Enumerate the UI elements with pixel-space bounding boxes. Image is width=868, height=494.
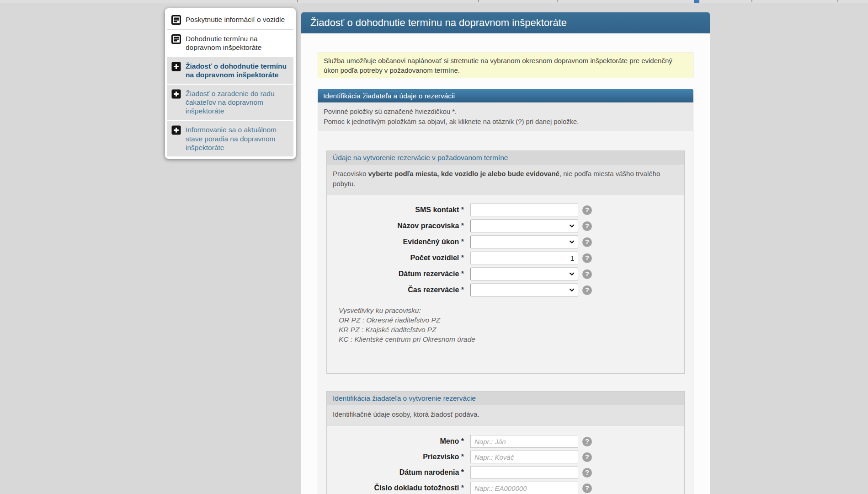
- section-hint: Povinné položky sú označené hviezdičkou …: [318, 102, 693, 131]
- sidebar-item-waiting-list-request[interactable]: Žiadosť o zaradenie do radu čakateľov na…: [167, 85, 293, 120]
- vehicle-count-input[interactable]: [470, 252, 578, 264]
- field-label: Evidenčný úkon *: [333, 238, 470, 246]
- help-question-icon[interactable]: ?: [582, 468, 592, 478]
- required-asterisk: *: [461, 484, 464, 492]
- top-cropped-toolbar: [0, 0, 868, 3]
- help-question-icon[interactable]: ?: [582, 205, 592, 215]
- form-row: Počet vozidiel * ?: [333, 252, 678, 264]
- sidebar-item-vehicle-info[interactable]: Poskytnutie informácií o vozidle: [167, 11, 293, 29]
- section-header: Identifikácia žiadateľa a údaje o rezerv…: [318, 89, 693, 102]
- reservation-time-select[interactable]: [470, 284, 578, 296]
- sidebar-item-appointment-request[interactable]: Žiadosť o dohodnutie termínu na dopravno…: [167, 57, 293, 84]
- section-body: Údaje na vytvorenie rezervácie v požadov…: [318, 131, 693, 494]
- required-asterisk: *: [461, 206, 464, 214]
- chevron-down-icon: [569, 240, 575, 244]
- required-asterisk: *: [461, 437, 464, 445]
- intro-bold: vyberte podľa miesta, kde vozidlo je ale…: [368, 170, 559, 177]
- applicant-box-intro: Identifikačné údaje osoby, ktorá žiadosť…: [327, 405, 684, 426]
- required-asterisk: *: [461, 270, 464, 278]
- reservation-date-select[interactable]: [470, 268, 578, 280]
- document-icon: [171, 15, 181, 25]
- help-question-icon[interactable]: ?: [582, 253, 592, 263]
- toolbar-fragment: [837, 0, 838, 2]
- reservation-fields: SMS kontakt * ? Názov pracoviska * ? Evi…: [327, 195, 684, 373]
- service-sidebar: Poskytnutie informácií o vozidle Dohodnu…: [165, 8, 296, 159]
- chevron-down-icon: [569, 272, 575, 276]
- toolbar-fragment: [751, 0, 752, 2]
- sidebar-item-label: Dohodnutie termínu na dopravnom inšpekto…: [186, 34, 289, 52]
- registration-act-select[interactable]: [470, 236, 578, 248]
- sidebar-menu: Poskytnutie informácií o vozidle Dohodnu…: [167, 11, 293, 156]
- form-row: Číslo dokladu totožnosti * ?: [333, 482, 678, 494]
- required-asterisk: *: [461, 468, 464, 476]
- hint-help: Pomoc k jednotlivým položkám sa objaví, …: [324, 117, 687, 127]
- field-label: Číslo dokladu totožnosti *: [333, 484, 470, 492]
- field-label: Názov pracoviska *: [333, 222, 470, 230]
- field-label: Priezvisko *: [333, 453, 470, 461]
- chevron-down-icon: [569, 288, 575, 292]
- field-label: Počet vozidiel *: [333, 254, 470, 262]
- toolbar-fragment: [478, 0, 479, 2]
- sidebar-item-label: Informovanie sa o aktuálnom stave poradi…: [186, 125, 289, 151]
- applicant-identification-box: Identifikácia žiadateľa o vytvorenie rez…: [326, 391, 685, 494]
- form-row: Priezvisko * ?: [333, 451, 678, 463]
- help-question-icon[interactable]: ?: [582, 452, 592, 462]
- field-label: Dátum narodenia *: [333, 468, 470, 477]
- help-question-icon[interactable]: ?: [582, 285, 592, 295]
- service-info-banner: Služba umožňuje občanovi naplánovať si s…: [318, 53, 693, 78]
- legend-line: Vysvetlivky ku pracovisku:: [339, 306, 678, 315]
- sms-contact-input[interactable]: [470, 204, 578, 216]
- reservation-details-box: Údaje na vytvorenie rezervácie v požadov…: [326, 150, 685, 374]
- content-area: Služba umožňuje občanovi naplánovať si s…: [301, 33, 710, 494]
- plus-icon: [171, 62, 181, 71]
- field-label: Meno *: [333, 437, 470, 446]
- help-question-icon[interactable]: ?: [582, 437, 592, 446]
- intro-prefix: Pracovisko: [333, 170, 368, 177]
- required-asterisk: *: [461, 238, 464, 246]
- plus-icon: [171, 125, 181, 135]
- page-title: Žiadosť o dohodnutie termínu na dopravno…: [301, 12, 710, 33]
- toolbar-fragment: [297, 0, 298, 2]
- applicant-fields: Meno * ? Priezvisko * ? Dátum narodenia …: [327, 426, 684, 494]
- birth-date-input[interactable]: [470, 466, 578, 479]
- help-question-icon[interactable]: ?: [582, 237, 592, 247]
- section-body-wrap: Povinné položky sú označené hviezdičkou …: [318, 102, 693, 494]
- plus-icon: [171, 89, 181, 99]
- legend-line: KC : Klientské centrum pri Okresnom úrad…: [339, 334, 678, 344]
- workplace-select[interactable]: [470, 220, 578, 232]
- help-question-icon[interactable]: ?: [582, 483, 592, 493]
- field-label: SMS kontakt *: [333, 206, 470, 214]
- legend-line: OR PZ : Okresné riaditeľstvo PZ: [339, 315, 678, 325]
- applicant-box-title: Identifikácia žiadateľa o vytvorenie rez…: [327, 392, 684, 405]
- field-label: Čas rezervácie *: [333, 286, 470, 294]
- legend-line: KR PZ : Krajské riaditeľstvo PZ: [339, 325, 678, 334]
- help-question-icon[interactable]: ?: [582, 269, 592, 279]
- sidebar-item-label: Poskytnutie informácií o vozidle: [186, 15, 289, 24]
- field-label: Dátum rezervácie *: [333, 270, 470, 278]
- required-asterisk: *: [461, 286, 464, 294]
- sidebar-item-queue-status[interactable]: Informovanie sa o aktuálnom stave poradi…: [167, 121, 293, 156]
- form-row: Čas rezervácie * ?: [333, 284, 678, 296]
- form-row: Meno * ?: [333, 435, 678, 448]
- sidebar-item-label: Žiadosť o dohodnutie termínu na dopravno…: [186, 62, 289, 79]
- document-icon: [171, 34, 181, 44]
- form-row: SMS kontakt * ?: [333, 204, 678, 216]
- help-question-icon[interactable]: ?: [582, 221, 592, 231]
- toolbar-blue-icon: [694, 0, 699, 3]
- form-row: Evidenčný úkon * ?: [333, 236, 678, 248]
- toolbar-fragment: [557, 0, 558, 2]
- hint-required-fields: Povinné položky sú označené hviezdičkou …: [324, 107, 687, 117]
- required-asterisk: *: [461, 453, 464, 461]
- reservation-box-title: Údaje na vytvorenie rezervácie v požadov…: [327, 151, 684, 165]
- section-identification: Identifikácia žiadateľa a údaje o rezerv…: [318, 89, 693, 494]
- form-row: Názov pracoviska * ?: [333, 220, 678, 232]
- required-asterisk: *: [461, 222, 464, 230]
- chevron-down-icon: [569, 224, 575, 228]
- workplace-legend: Vysvetlivky ku pracovisku:OR PZ : Okresn…: [339, 306, 678, 344]
- sidebar-item-appointment[interactable]: Dohodnutie termínu na dopravnom inšpekto…: [167, 29, 293, 56]
- sidebar-item-label: Žiadosť o zaradenie do radu čakateľov na…: [186, 89, 289, 115]
- id-document-number-input[interactable]: [470, 482, 578, 494]
- last-name-input[interactable]: [470, 451, 578, 463]
- first-name-input[interactable]: [470, 435, 578, 448]
- form-row: Dátum rezervácie * ?: [333, 268, 678, 280]
